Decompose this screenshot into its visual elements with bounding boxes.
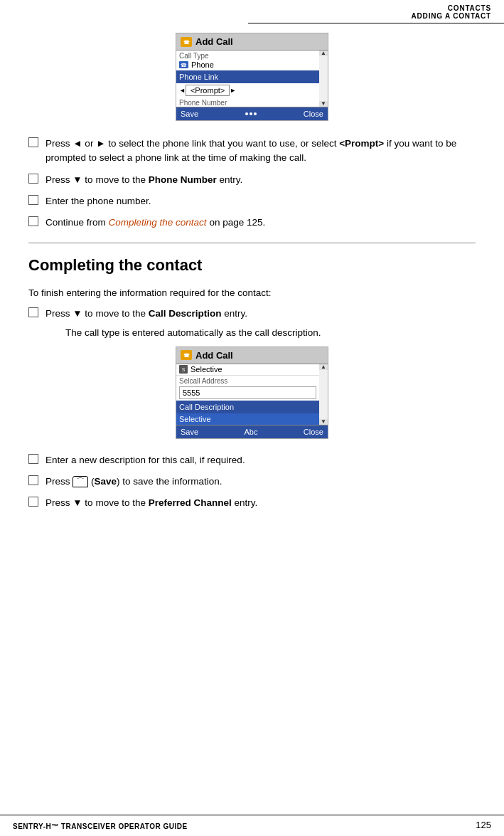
save-key-icon: ⌒	[73, 476, 88, 487]
sub-note: The call type is entered automatically a…	[65, 327, 476, 338]
prompt-text: <Prompt>	[191, 86, 225, 95]
bullet-list-2b: Enter a new description for this call, i…	[28, 453, 476, 511]
section-heading: Completing the contact	[28, 256, 476, 275]
footer-mid-2: Abc	[244, 428, 257, 436]
selcall-address-label: Selcall Address	[176, 376, 319, 385]
ui-title-bar-1: ☎ Add Call	[176, 33, 328, 50]
phone-number-label: Phone Number	[176, 97, 319, 107]
header-section: ADDING A CONTACT	[248, 12, 491, 20]
call-type-label: Call Type	[176, 51, 319, 60]
arrow-right-icon: ►	[230, 87, 236, 94]
call-desc-row: Call Description	[176, 401, 319, 413]
checkbox-1	[28, 137, 38, 147]
selective-icon: S	[179, 365, 188, 374]
footer-guide-title: SENTRY-H™ TRANSCEIVER OPERATOR GUIDE	[13, 822, 188, 830]
phone-text: Phone	[191, 60, 214, 69]
svg-text:☎: ☎	[183, 40, 190, 45]
bullet-text-1: Press ◄ or ► to select the phone link th…	[45, 137, 476, 166]
scroll-up-icon: ▲	[321, 51, 326, 56]
prompt-row: ◄ <Prompt> ►	[176, 83, 319, 97]
scroll-track-1	[319, 56, 328, 101]
prompt-box: <Prompt>	[186, 85, 230, 96]
ui-main-1: Call Type ☎ Phone Phone Link ◄ <Prompt>	[176, 51, 319, 107]
bullet-item-2: Press ▼ to move to the Phone Number entr…	[28, 173, 476, 187]
footer-mid-1	[245, 112, 257, 115]
footer-page-number: 125	[476, 820, 491, 830]
bullet-text-8: Press ▼ to move to the Preferred Channel…	[45, 496, 257, 510]
selective-text-2: Selective	[179, 415, 211, 423]
scroll-bar-1: ▲ ▼	[319, 51, 328, 107]
page-header: CONTACTS ADDING A CONTACT	[248, 0, 504, 23]
preferred-channel-bold: Preferred Channel	[149, 497, 232, 508]
selcall-number: 5555	[183, 388, 200, 397]
call-desc-bold: Call Description	[149, 308, 222, 319]
ui-footer-2: Save Abc Close	[176, 425, 328, 438]
scroll-down-icon-2: ▼	[321, 419, 326, 425]
bullet-item-1: Press ◄ or ► to select the phone link th…	[28, 137, 476, 166]
footer-close-2: Close	[304, 428, 323, 436]
header-chapter: CONTACTS	[248, 4, 491, 12]
footer-save-1: Save	[181, 110, 198, 118]
screenshot-add-call-1: ☎ Add Call Call Type ☎ Phone Phone Link	[176, 33, 328, 121]
main-content: ☎ Add Call Call Type ☎ Phone Phone Link	[0, 20, 504, 549]
intro-text: To finish entering the information requi…	[28, 287, 476, 298]
dot1	[245, 112, 248, 115]
dot2	[250, 112, 252, 115]
ui-footer-1: Save Close	[176, 107, 328, 120]
ui-body-1: Call Type ☎ Phone Phone Link ◄ <Prompt>	[176, 50, 328, 107]
bullet-item-8: Press ▼ to move to the Preferred Channel…	[28, 496, 476, 510]
ui-title-label-2: Add Call	[195, 350, 233, 361]
selcall-value: 5555	[179, 386, 316, 399]
ui-body-2: S Selective Selcall Address 5555 Call De…	[176, 364, 328, 425]
selective-text-1: Selective	[191, 365, 222, 374]
bullet-item-5: Press ▼ to move to the Call Description …	[28, 307, 476, 321]
footer-close-1: Close	[304, 110, 323, 118]
add-call-icon-1: ☎	[181, 37, 192, 47]
save-bold: Save	[95, 476, 117, 487]
arrow-left-icon: ◄	[179, 87, 186, 94]
checkbox-8	[28, 497, 38, 507]
completing-contact-link[interactable]: Completing the contact	[109, 217, 207, 228]
svg-text:☎: ☎	[183, 353, 190, 358]
phone-number-bold: Phone Number	[149, 174, 217, 185]
bullet-text-2: Press ▼ to move to the Phone Number entr…	[45, 173, 242, 187]
section-divider	[28, 243, 476, 243]
bullet-item-6: Enter a new description for this call, i…	[28, 453, 476, 467]
scroll-up-icon-2: ▲	[321, 364, 326, 370]
checkbox-4	[28, 216, 38, 226]
checkbox-7	[28, 475, 38, 485]
svg-text:S: S	[182, 367, 186, 372]
scroll-track-2	[319, 370, 328, 419]
add-call-icon-2: ☎	[181, 350, 192, 360]
bullet-list-1: Press ◄ or ► to select the phone link th…	[28, 137, 476, 230]
checkbox-2	[28, 174, 38, 184]
scroll-down-icon: ▼	[321, 101, 326, 107]
selective-value-row: S Selective	[176, 364, 319, 376]
page-footer: SENTRY-H™ TRANSCEIVER OPERATOR GUIDE 125	[0, 815, 504, 836]
bullet-item-3: Enter the phone number.	[28, 194, 476, 208]
phone-icon: ☎	[179, 61, 188, 68]
svg-text:☎: ☎	[181, 63, 187, 68]
footer-save-2: Save	[181, 428, 198, 436]
bullet-text-6: Enter a new description for this call, i…	[45, 453, 245, 467]
bullet-text-5: Press ▼ to move to the Call Description …	[45, 307, 247, 321]
bullet-text-7: Press ⌒ (Save) to save the information.	[45, 475, 222, 489]
dot3	[254, 112, 257, 115]
ui-title-label-1: Add Call	[195, 36, 233, 47]
phone-link-row: Phone Link	[176, 70, 319, 83]
screenshot-add-call-2: ☎ Add Call S Selective Selcall Address	[176, 346, 328, 439]
phone-value: ☎ Phone	[176, 60, 319, 70]
ui-main-2: S Selective Selcall Address 5555 Call De…	[176, 364, 319, 425]
checkbox-5	[28, 307, 38, 317]
bullet-item-4: Continue from Completing the contact on …	[28, 216, 476, 230]
prompt-bold: <Prompt>	[339, 138, 384, 149]
bullet-list-2a: Press ▼ to move to the Call Description …	[28, 307, 476, 321]
selective-desc-row: Selective	[176, 413, 319, 425]
bullet-item-7: Press ⌒ (Save) to save the information.	[28, 475, 476, 489]
ui-title-bar-2: ☎ Add Call	[176, 347, 328, 364]
bullet-text-3: Enter the phone number.	[45, 194, 151, 208]
checkbox-6	[28, 454, 38, 464]
checkbox-3	[28, 195, 38, 205]
scroll-bar-2: ▲ ▼	[319, 364, 328, 425]
bullet-text-4: Continue from Completing the contact on …	[45, 216, 265, 230]
